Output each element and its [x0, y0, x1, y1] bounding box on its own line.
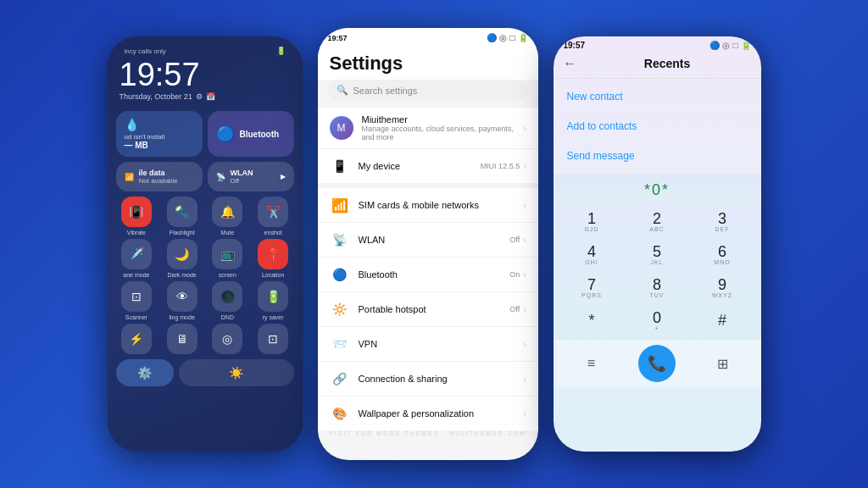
data-icon: 📶	[125, 173, 134, 181]
key-8[interactable]: 8 TUV	[626, 272, 689, 303]
settings-item-wallpaper[interactable]: 🎨 Wallpaper & personalization ›	[318, 396, 538, 430]
key-star[interactable]: *	[560, 305, 624, 336]
battery-icon: 🔋	[276, 47, 286, 55]
miuithemer-sub: Manage accounts, cloud services, payment…	[362, 125, 515, 141]
key-hash[interactable]: #	[691, 305, 754, 336]
back-button[interactable]: ←	[564, 56, 577, 71]
flashlight-btn[interactable]: 🔦 Flashlight	[161, 197, 203, 236]
controls-row1: 📳 Vibrate 🔦 Flashlight 🔔 Mute ✂️ enshot	[116, 197, 294, 236]
dialpad-bottom-bar: ≡ 📞 ⊞	[554, 340, 761, 387]
flashlight-label: Flashlight	[170, 230, 195, 236]
sim-title: SIM cards & mobile networks	[359, 200, 515, 210]
chevron-icon-3: ›	[523, 201, 526, 210]
settings-status-icons: 🔵 ◎ □ 🔋	[487, 33, 527, 42]
battery-saver-label: ry saver	[263, 314, 284, 320]
screenshot-icon: ✂️	[258, 197, 288, 227]
widget-bluetooth[interactable]: 🔵 Bluetooth	[208, 111, 294, 157]
reading-btn[interactable]: 👁 ling mode	[161, 281, 203, 320]
settings-search-bar[interactable]: 🔍 Search settings	[328, 80, 528, 101]
widget-mobile-data[interactable]: 📶 ile data Not available	[116, 162, 203, 191]
widget-app[interactable]: 💧 ud isn't install — MB	[116, 111, 203, 157]
miui-version: MIUI 12.5.5	[481, 162, 520, 170]
key-0[interactable]: 0 +	[626, 305, 689, 336]
vibrate-btn[interactable]: 📳 Vibrate	[116, 197, 158, 236]
settings-item-hotspot[interactable]: 🔆 Portable hotspot Off ›	[318, 292, 538, 327]
p3-bt-icon: 🔵	[709, 41, 720, 50]
connection-title: Connection & sharing	[359, 374, 515, 384]
vibrate-icon: 📳	[121, 197, 152, 227]
key-4[interactable]: 4 GHI	[560, 239, 624, 270]
settings-section-account: M Miuithemer Manage accounts, cloud serv…	[318, 108, 538, 183]
key-9[interactable]: 9 WXYZ	[691, 272, 754, 303]
connection-icon: 🔗	[330, 369, 350, 389]
screen2-btn[interactable]: ⊡	[253, 324, 294, 354]
darkmode-label: Dark mode	[168, 272, 197, 278]
settings-item-sim[interactable]: 📶 SIM cards & mobile networks ›	[318, 188, 538, 223]
dnd-btn[interactable]: 🌑 DND	[207, 281, 248, 320]
call-button[interactable]: 📞	[638, 345, 676, 382]
wlan-status: Off	[509, 236, 520, 244]
settings-shortcut-btn[interactable]: ⚙️	[116, 359, 174, 386]
wallpaper-text: Wallpaper & personalization	[359, 408, 515, 419]
miuithemer-text: Miuithemer Manage accounts, cloud servic…	[362, 114, 515, 141]
date-display: Thursday, October 21 ⚙ 📅	[120, 92, 291, 101]
send-message-option[interactable]: Send message	[554, 141, 761, 171]
reading-icon: 👁	[167, 281, 198, 312]
vpn-text: VPN	[359, 339, 515, 349]
chevron-icon-4: ›	[523, 236, 526, 245]
wlan-settings-title: WLAN	[359, 235, 502, 245]
key-5[interactable]: 5 JKL	[626, 239, 689, 270]
wifi-icon: 📡	[216, 173, 225, 181]
cast-btn[interactable]: 🖥	[161, 324, 203, 354]
device-icon: 📱	[330, 156, 350, 176]
airplane-label: ane mode	[123, 272, 149, 278]
power-btn[interactable]: ⚡	[116, 324, 158, 354]
screen-btn[interactable]: 📺 screen	[207, 239, 248, 278]
hotspot-status: Off	[509, 305, 520, 313]
screenshot-btn[interactable]: ✂️ enshot	[253, 197, 294, 236]
recents-statusbar: 19:57 🔵 ◎ □ 🔋	[554, 36, 761, 53]
keypad-menu-icon[interactable]: ≡	[576, 348, 606, 379]
recents-header: ← Recents	[554, 53, 761, 79]
key-2[interactable]: 2 ABC	[626, 206, 689, 237]
widget-wlan[interactable]: 📡 WLAN Off ▶	[208, 162, 294, 191]
vpn-icon: 📨	[330, 334, 350, 354]
add-to-contacts-option[interactable]: Add to contacts	[554, 112, 761, 141]
new-contact-option[interactable]: New contact	[554, 82, 761, 112]
settings-item-connection[interactable]: 🔗 Connection & sharing ›	[318, 362, 538, 396]
chevron-icon-8: ›	[523, 374, 526, 384]
wallpaper-title: Wallpaper & personalization	[359, 408, 515, 419]
settings-item-bluetooth[interactable]: 🔵 Bluetooth On ›	[318, 258, 538, 292]
key-7[interactable]: 7 PQRS	[560, 272, 624, 303]
wlan-sub: Off	[231, 177, 253, 185]
settings-item-mydevice[interactable]: 📱 My device MIUI 12.5.5 ›	[318, 149, 538, 183]
bluetooth-right: On ›	[509, 270, 526, 280]
battery-saver-btn[interactable]: 🔋 ry saver	[253, 281, 294, 320]
airplane-btn[interactable]: ✈️ ane mode	[116, 239, 158, 278]
keypad-grid-icon[interactable]: ⊞	[708, 348, 738, 379]
brightness-slider[interactable]: ☀️	[179, 359, 294, 386]
location-btn[interactable]: 📍 Location	[253, 239, 294, 278]
controls-row3: ⊡ Scanner 👁 ling mode 🌑 DND 🔋 ry saver	[116, 281, 294, 320]
location-label: Location	[262, 272, 284, 278]
mydevice-title: My device	[359, 161, 472, 171]
settings-title: Settings	[318, 46, 538, 80]
data-title: ile data	[139, 169, 178, 177]
key-6[interactable]: 6 MNO	[691, 239, 754, 270]
settings-item-wlan[interactable]: 📡 WLAN Off ›	[318, 223, 538, 258]
mute-btn[interactable]: 🔔 Mute	[207, 197, 248, 236]
controls-row4: ⚡ 🖥 ◎ ⊡	[116, 324, 294, 354]
darkmode-btn[interactable]: 🌙 Dark mode	[161, 239, 203, 278]
bt-icon: 🔵	[216, 125, 235, 143]
key-1[interactable]: 1 GJD	[560, 206, 624, 237]
key-3[interactable]: 3 DEF	[691, 206, 754, 237]
scanner-btn[interactable]: ⊡ Scanner	[116, 281, 158, 320]
dialpad-display: *0*	[554, 175, 761, 202]
search-icon: 🔍	[337, 85, 348, 96]
wlan-right: Off ›	[509, 236, 526, 245]
settings-icon: ⚙	[196, 92, 203, 101]
camera-btn[interactable]: ◎	[207, 324, 248, 354]
recents-options-list: New contact Add to contacts Send message	[554, 79, 761, 175]
settings-item-vpn[interactable]: 📨 VPN ›	[318, 327, 538, 362]
settings-item-miuithemer[interactable]: M Miuithemer Manage accounts, cloud serv…	[318, 108, 538, 149]
